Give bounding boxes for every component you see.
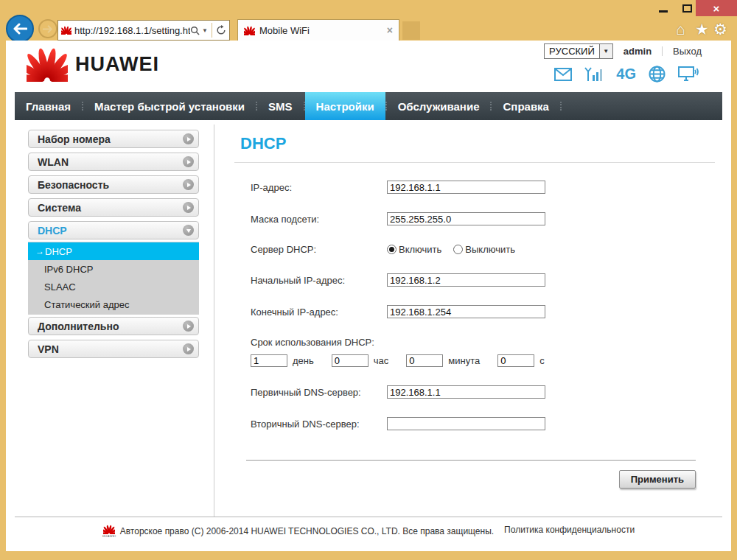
main-panel: DHCP IP-адрес: Маска подсети: Сервер DHC… [234,130,715,489]
submenu-item-ipv6-dhcp[interactable]: IPv6 DHCP [28,260,199,278]
nav-item-help[interactable]: Справка [492,92,559,120]
maximize-icon [682,4,692,13]
radio-checked-icon[interactable] [387,245,397,254]
chevron-right-icon [183,156,194,167]
language-dropdown-icon[interactable]: ▼ [599,44,612,58]
lease-time-label: Срок использования DHCP: [251,337,715,348]
page: HUAWEI РУССКИЙ ▼ admin Выход 4G [6,41,731,551]
subnet-mask-field[interactable] [387,212,545,225]
nav-item-maintenance[interactable]: Обслуживание [387,92,491,120]
sidebar-item-system[interactable]: Система [28,198,199,217]
browser-tab[interactable]: Mobile WiFi × [237,19,399,41]
primary-dns-field[interactable] [387,385,545,399]
submenu-label: IPv6 DHCP [44,264,93,275]
apply-button[interactable]: Применить [619,470,696,489]
forward-arrow-icon [43,25,53,33]
search-icon[interactable] [190,26,200,35]
start-ip-field[interactable] [387,273,545,287]
radio-label: Выключить [465,244,515,255]
footer-logo-text: HUAWEI [102,534,116,538]
back-arrow-icon [13,23,27,35]
dhcp-server-label: Сервер DHCP: [251,244,387,255]
language-value: РУССКИЙ [545,46,599,57]
home-icon[interactable]: ⌂ [676,21,685,38]
lease-days-field[interactable] [251,354,287,367]
language-select[interactable]: РУССКИЙ ▼ [544,43,613,59]
minimize-icon [659,10,668,13]
submenu-label: Статический адрес [44,299,129,310]
address-dropdown-icon[interactable]: ▼ [202,27,208,34]
radio-unchecked-icon[interactable] [453,245,463,254]
sidebar-label: Дополнительно [38,321,119,332]
lease-hours-field[interactable] [332,354,368,367]
sidebar-item-dialup[interactable]: Набор номера [28,130,199,148]
sidebar-label: Набор номера [38,133,111,145]
sidebar-item-advanced[interactable]: Дополнительно [28,317,199,335]
content: Набор номера WLAN Безопасность Система D… [6,120,731,517]
address-bar[interactable]: http://192.168.1.1/setting.html ▼ [57,20,230,41]
dhcp-enable-option[interactable]: Включить [387,244,441,255]
privacy-policy-link[interactable]: Политика конфиденциальности [504,525,635,535]
maximize-button[interactable] [678,1,696,15]
nav-item-quick-setup[interactable]: Мастер быстрой установки [83,92,256,120]
logout-link[interactable]: Выход [673,46,702,57]
nav-label: Обслуживание [398,100,480,113]
sidebar-item-dhcp[interactable]: DHCP [28,221,199,239]
ip-address-field[interactable] [387,181,545,194]
nav-item-settings[interactable]: Настройки [305,92,385,120]
refresh-icon[interactable] [216,25,226,35]
chevron-down-icon [183,225,194,236]
secondary-dns-field[interactable] [387,417,545,430]
lease-hours-unit: час [374,355,389,366]
lease-seconds-field[interactable] [497,354,534,367]
brand-text: HUAWEI [75,53,159,76]
chevron-right-icon [183,179,194,190]
close-icon: × [713,2,720,15]
globe-internet-icon [649,66,666,83]
lease-time-row: день час минута с [251,354,715,367]
submenu-label: SLAAC [44,281,76,293]
end-ip-field[interactable] [387,305,545,318]
url-text[interactable]: http://192.168.1.1/setting.html [74,25,190,36]
sms-mail-icon[interactable] [554,68,572,81]
browser-back-button[interactable] [6,15,34,43]
chevron-right-icon [183,343,194,354]
sidebar-item-wlan[interactable]: WLAN [28,153,199,171]
sidebar-item-security[interactable]: Безопасность [28,175,199,194]
dhcp-form: IP-адрес: Маска подсети: Сервер DHCP: Вк… [251,181,715,430]
browser-forward-button[interactable] [38,19,57,38]
divider [214,125,214,517]
sidebar-label: VPN [38,343,59,355]
nav-label: Настройки [316,100,374,113]
nav-separator [560,102,562,111]
close-window-button[interactable]: × [696,0,737,16]
submenu-item-dhcp[interactable]: → DHCP [28,242,199,260]
tab-close-icon[interactable]: × [387,24,393,36]
sidebar-item-vpn[interactable]: VPN [28,340,199,358]
nav-item-sms[interactable]: SMS [257,92,304,120]
ip-address-label: IP-адрес: [251,182,387,193]
nav-label: SMS [268,100,293,113]
end-ip-label: Конечный IP-адрес: [251,307,387,318]
new-tab-button[interactable] [402,21,420,40]
nav-item-home[interactable]: Главная [15,92,82,120]
submenu-item-slaac[interactable]: SLAAC [28,278,199,295]
favorites-star-icon[interactable]: ★ [695,21,709,38]
minimize-button[interactable] [654,1,672,15]
lease-seconds-unit: с [539,355,545,366]
settings-gear-icon[interactable]: ⚙ [713,21,727,38]
secondary-dns-label: Вторичный DNS-сервер: [251,419,387,430]
tab-title: Mobile WiFi [259,25,387,36]
chevron-right-icon [183,133,194,144]
signal-strength-icon [584,67,604,82]
main-nav: Главная Мастер быстрой установки SMS Нас… [15,92,722,120]
site-header: HUAWEI РУССКИЙ ▼ admin Выход 4G [6,41,731,92]
sidebar-label: Система [38,202,81,214]
lease-minutes-field[interactable] [406,354,443,367]
dhcp-disable-option[interactable]: Выключить [453,244,515,255]
submenu-item-static-address[interactable]: Статический адрес [28,295,199,313]
sidebar-label: WLAN [38,156,69,168]
submenu-label: DHCP [45,246,72,257]
wifi-sharing-display-icon [678,66,699,82]
start-ip-label: Начальный IP-адрес: [251,275,387,286]
